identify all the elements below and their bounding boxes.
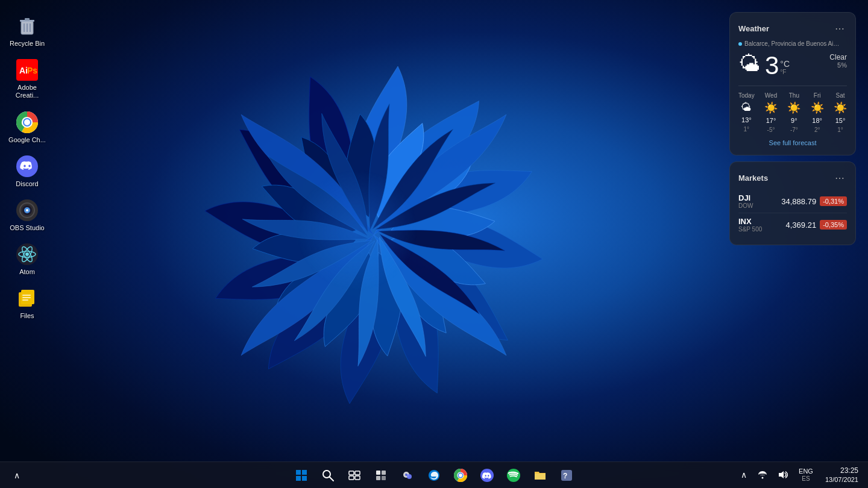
files-label: Files — [20, 312, 34, 320]
discord-taskbar-button[interactable] — [475, 463, 499, 487]
svg-point-13 — [24, 119, 30, 125]
discord-icon[interactable]: Discord — [6, 152, 48, 190]
chat-button[interactable] — [395, 463, 420, 487]
discord-label: Discord — [16, 180, 38, 188]
search-icon — [322, 469, 334, 481]
svg-rect-29 — [22, 299, 28, 301]
svg-rect-41 — [382, 471, 386, 475]
svg-rect-37 — [355, 471, 360, 475]
weather-widget-title: Weather — [738, 24, 769, 33]
svg-point-54 — [762, 477, 764, 479]
market-row-inx: INX S&P 500 4,369.21 -0,35% — [738, 213, 847, 236]
svg-text:Ai: Ai — [19, 66, 28, 75]
markets-widget: Markets ⋯ DJI DOW 34,888.79 -0,31% INX S… — [729, 161, 856, 245]
show-hidden-icons-button[interactable]: ∧ — [737, 468, 750, 482]
weather-forecast: Today 🌤 13° 1° Wed ☀️ 17° -5° Thu ☀️ 9° … — [738, 86, 847, 133]
chat-icon — [401, 469, 414, 482]
weather-location-text: Balcarce, Provincia de Buenos Aires, ... — [744, 40, 841, 47]
taskbar: ∧ — [0, 461, 868, 488]
market-dji-value: 34,888.79 — [781, 197, 816, 206]
files-icon[interactable]: Files — [6, 284, 48, 322]
edge-button[interactable] — [422, 463, 446, 487]
svg-text:?: ? — [563, 472, 567, 480]
chevron-up-icon: ∧ — [14, 471, 20, 480]
svg-marker-55 — [779, 471, 784, 478]
svg-rect-28 — [22, 297, 31, 298]
market-dji-sub: DOW — [738, 202, 753, 209]
clock-date: 13/07/2021 — [825, 475, 858, 484]
spotify-icon — [507, 469, 520, 482]
market-dji-name: DJI — [738, 193, 753, 202]
weather-widget: Weather ⋯ Balcarce, Provincia de Buenos … — [729, 12, 856, 155]
network-icon — [758, 470, 767, 480]
widgets-icon — [375, 469, 387, 481]
task-view-icon — [348, 469, 360, 481]
atom-icon[interactable]: Atom — [6, 240, 48, 278]
unknown-app-icon: ? — [560, 469, 573, 482]
volume-tray-button[interactable] — [775, 468, 791, 482]
weather-more-button[interactable]: ⋯ — [832, 21, 847, 36]
search-button[interactable] — [316, 463, 340, 487]
adobe-label: Adobe Creati... — [8, 84, 46, 99]
market-inx-name: INX — [738, 217, 762, 226]
forecast-wed: Wed ☀️ 17° -5° — [764, 92, 778, 133]
svg-rect-4 — [25, 18, 30, 20]
svg-point-51 — [507, 469, 520, 482]
obs-label: OBS Studio — [10, 224, 44, 232]
svg-point-19 — [26, 209, 28, 211]
weather-main-icon: 🌤 — [738, 53, 760, 75]
language-indicator[interactable]: ENG ES — [795, 468, 817, 483]
network-tray-button[interactable] — [754, 468, 771, 482]
obs-studio-icon[interactable]: OBS Studio — [6, 196, 48, 234]
svg-point-24 — [25, 252, 29, 256]
discord-taskbar-icon — [480, 469, 494, 482]
svg-rect-43 — [382, 476, 386, 480]
svg-point-49 — [459, 474, 462, 477]
svg-rect-40 — [376, 471, 380, 475]
weather-condition: Clear — [829, 53, 847, 61]
chrome-taskbar-icon — [454, 469, 467, 482]
svg-rect-27 — [22, 295, 31, 296]
location-dot — [738, 42, 742, 46]
desktop: Recycle Bin Ai Ps Adobe Creati... — [0, 0, 868, 488]
chrome-label: Google Ch... — [8, 136, 46, 144]
market-dji-change: -0,31% — [820, 196, 847, 206]
unknown-app-button[interactable]: ? — [555, 463, 579, 487]
weather-unit-f: °F — [780, 69, 790, 75]
svg-rect-42 — [376, 476, 380, 480]
see-full-forecast-link[interactable]: See full forecast — [738, 139, 847, 146]
svg-rect-31 — [302, 470, 307, 475]
chrome-taskbar-button[interactable] — [448, 463, 473, 487]
svg-point-46 — [405, 474, 407, 476]
forecast-thu: Thu ☀️ 9° -7° — [787, 92, 800, 133]
svg-rect-32 — [296, 476, 301, 481]
markets-more-button[interactable]: ⋯ — [832, 170, 847, 185]
start-button[interactable] — [289, 463, 313, 487]
explorer-icon — [533, 469, 547, 482]
weather-unit-c: °C — [780, 59, 790, 69]
windows-logo-icon — [295, 469, 307, 481]
taskbar-chevron-button[interactable]: ∧ — [5, 463, 29, 487]
weather-precipitation: 5% — [829, 61, 847, 69]
market-row-dji: DJI DOW 34,888.79 -0,31% — [738, 190, 847, 213]
edge-icon — [427, 469, 441, 482]
spotify-taskbar-button[interactable] — [502, 463, 526, 487]
svg-rect-33 — [302, 476, 307, 481]
google-chrome-icon[interactable]: Google Ch... — [6, 108, 48, 146]
svg-rect-36 — [349, 471, 354, 475]
widget-panel: Weather ⋯ Balcarce, Provincia de Buenos … — [729, 12, 856, 245]
volume-icon — [778, 470, 788, 480]
clock[interactable]: 23:25 13/07/2021 — [820, 466, 863, 484]
adobe-creative-icon[interactable]: Ai Ps Adobe Creati... — [6, 56, 48, 102]
taskbar-center: ? — [289, 463, 579, 487]
forecast-sat: Sat ☀️ 15° 1° — [834, 92, 847, 133]
expand-arrow-icon: ∧ — [741, 470, 747, 480]
svg-point-1 — [253, 114, 494, 355]
task-view-button[interactable] — [342, 463, 366, 487]
recycle-bin-icon[interactable]: Recycle Bin — [6, 12, 48, 50]
svg-point-34 — [323, 471, 330, 478]
market-inx-sub: S&P 500 — [738, 226, 762, 233]
svg-rect-30 — [296, 470, 301, 475]
explorer-taskbar-button[interactable] — [528, 463, 552, 487]
widgets-button[interactable] — [369, 463, 393, 487]
